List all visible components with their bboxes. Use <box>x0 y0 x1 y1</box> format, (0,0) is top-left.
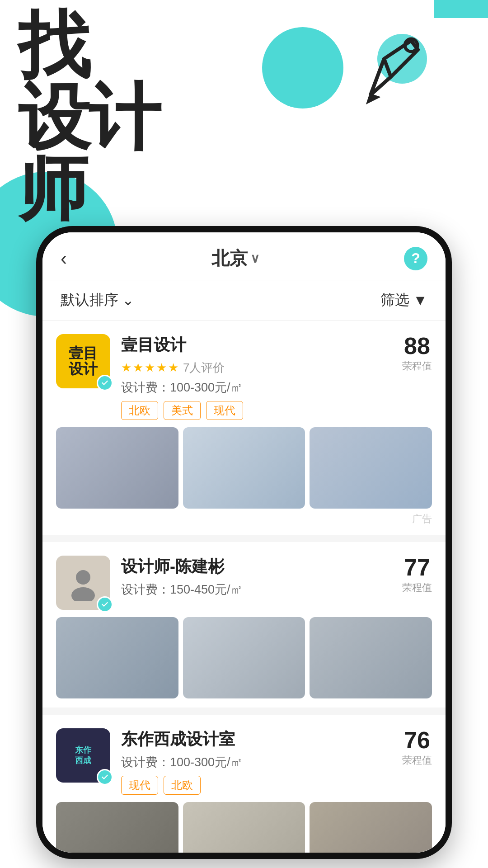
avatar-wrap: 东作 西成 <box>56 728 110 783</box>
rating-count: 7人评价 <box>183 360 225 376</box>
filter-bar: 默认排序 ⌄ 筛选 ▼ <box>42 280 446 321</box>
score-number: 76 <box>402 728 432 752</box>
verified-badge <box>97 769 113 785</box>
city-selector[interactable]: 北京 ∨ <box>211 246 260 271</box>
designer-card[interactable]: 东作 西成 东作西成设计室 设计费：100-300元/㎡ 现代 <box>42 715 446 853</box>
gallery-image[interactable] <box>310 427 432 509</box>
designer-name: 设计师-陈建彬 <box>121 556 402 578</box>
gallery-image[interactable] <box>56 802 178 853</box>
filter-button[interactable]: 筛选 ▼ <box>380 290 427 310</box>
person-icon <box>65 565 101 601</box>
image-gallery <box>56 802 432 853</box>
score-box: 88 荣程值 <box>402 334 432 373</box>
tags: 北欧 美式 现代 <box>121 401 402 420</box>
gallery-image[interactable] <box>183 802 305 853</box>
city-label: 北京 <box>211 246 248 271</box>
hero-text-block: 找 设计 师 <box>18 9 159 224</box>
stars: ★ ★ ★ ★ ★ <box>121 361 178 375</box>
accent-decoration <box>434 0 488 18</box>
tag-item: 北欧 <box>121 401 158 420</box>
card-info: 壹目设计 ★ ★ ★ ★ ★ 7人评价 设计费：100-300元/㎡ <box>121 334 402 420</box>
hero-line1: 找 <box>18 9 159 81</box>
tag-item: 美式 <box>164 401 201 420</box>
sort-label: 默认排序 <box>61 290 118 310</box>
content-area: 壹目设计 壹目设计 ★ ★ ★ ★ <box>42 321 446 853</box>
image-gallery <box>56 617 432 698</box>
designer-card[interactable]: 设计师-陈建彬 设计费：150-450元/㎡ 77 荣程值 <box>42 542 446 708</box>
star: ★ <box>145 361 155 375</box>
hero-line3: 师 <box>18 154 159 224</box>
score-label: 荣程值 <box>402 359 432 373</box>
score-number: 88 <box>402 334 432 358</box>
image-gallery <box>56 427 432 509</box>
verified-badge <box>97 375 113 391</box>
tag-item: 现代 <box>121 776 158 795</box>
designer-name: 东作西成设计室 <box>121 728 402 750</box>
hero-line2: 设计 <box>18 81 159 154</box>
gallery-image[interactable] <box>183 427 305 509</box>
design-fee: 设计费：100-300元/㎡ <box>121 754 402 770</box>
gallery-image[interactable] <box>310 802 432 853</box>
designer-card[interactable]: 壹目设计 壹目设计 ★ ★ ★ ★ <box>42 321 446 535</box>
avatar-wrap <box>56 556 110 610</box>
chevron-down-icon: ∨ <box>250 251 260 266</box>
filter-label: 筛选 <box>380 290 409 310</box>
rating-row: ★ ★ ★ ★ ★ 7人评价 <box>121 360 402 376</box>
score-label: 荣程值 <box>402 754 432 767</box>
designer-name: 壹目设计 <box>121 334 402 356</box>
design-fee: 设计费：150-450元/㎡ <box>121 581 402 598</box>
verified-badge <box>97 596 113 613</box>
svg-point-3 <box>71 587 95 601</box>
score-number: 77 <box>402 556 432 579</box>
card-info: 设计师-陈建彬 设计费：150-450元/㎡ <box>121 556 402 603</box>
gallery-image[interactable] <box>56 427 178 509</box>
card-header: 东作 西成 东作西成设计室 设计费：100-300元/㎡ 现代 <box>56 728 432 795</box>
filter-icon: ▼ <box>413 292 427 309</box>
card-info: 东作西成设计室 设计费：100-300元/㎡ 现代 北欧 <box>121 728 402 795</box>
back-button[interactable]: ‹ <box>61 248 67 269</box>
score-label: 荣程值 <box>402 581 432 594</box>
star: ★ <box>156 361 167 375</box>
design-fee: 设计费：100-300元/㎡ <box>121 379 402 396</box>
gallery-image[interactable] <box>183 617 305 698</box>
star: ★ <box>121 361 131 375</box>
card-header: 壹目设计 壹目设计 ★ ★ ★ ★ <box>56 334 432 420</box>
svg-point-2 <box>76 570 90 585</box>
pen-icon <box>343 23 452 131</box>
tag-item: 现代 <box>206 401 243 420</box>
tag-item: 北欧 <box>164 776 201 795</box>
phone-mockup: ‹ 北京 ∨ ? 默认排序 ⌄ 筛选 ▼ <box>36 226 452 859</box>
star: ★ <box>168 361 178 375</box>
bg-circle-right <box>262 27 343 108</box>
tags: 现代 北欧 <box>121 776 402 795</box>
gallery-image[interactable] <box>56 617 178 698</box>
star: ★ <box>133 361 143 375</box>
phone-header: ‹ 北京 ∨ ? <box>42 232 446 280</box>
score-box: 76 荣程值 <box>402 728 432 767</box>
chevron-down-icon: ⌄ <box>122 292 134 309</box>
score-box: 77 荣程值 <box>402 556 432 594</box>
card-header: 设计师-陈建彬 设计费：150-450元/㎡ 77 荣程值 <box>56 556 432 610</box>
phone-inner: ‹ 北京 ∨ ? 默认排序 ⌄ 筛选 ▼ <box>42 232 446 853</box>
sort-button[interactable]: 默认排序 ⌄ <box>61 290 134 310</box>
gallery-image[interactable] <box>310 617 432 698</box>
avatar-wrap: 壹目设计 <box>56 334 110 388</box>
help-button[interactable]: ? <box>404 247 427 270</box>
ad-label: 广告 <box>56 512 432 526</box>
